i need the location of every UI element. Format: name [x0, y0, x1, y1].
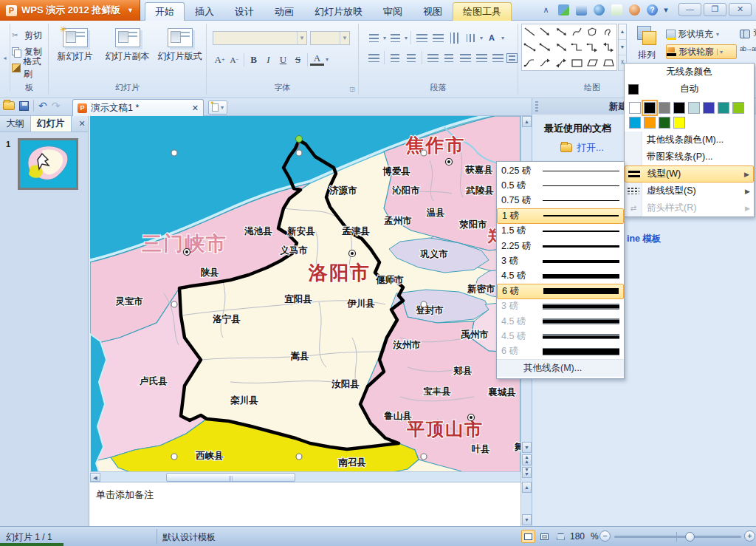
- line-weight-option[interactable]: 0.25 磅: [497, 163, 624, 178]
- app-menu-button[interactable]: P WPS 演示 2012 抢鲜版 ▼: [0, 0, 140, 21]
- color-swatch[interactable]: [629, 102, 641, 114]
- arrange-button[interactable]: 排列: [630, 24, 663, 61]
- ribbon-tab[interactable]: 审阅: [373, 2, 413, 21]
- line-weight-option[interactable]: 2.25 磅: [497, 239, 624, 253]
- auto-color-item[interactable]: 自动: [625, 81, 754, 98]
- shape-elbow-double-arrow-icon[interactable]: [601, 40, 616, 55]
- help-dropdown-icon[interactable]: ▾: [663, 3, 669, 17]
- notes-pane[interactable]: 单击添加备注: [90, 482, 520, 526]
- line-weight-option[interactable]: 4.5 磅: [497, 329, 624, 344]
- slide-layout-button[interactable]: 幻灯片版式: [154, 27, 206, 63]
- text-box-icon[interactable]: [506, 53, 518, 63]
- shape-outline-button[interactable]: 形状轮廓 ▾: [666, 44, 737, 59]
- document-tab[interactable]: P 演示文稿1 * ✕: [72, 99, 204, 116]
- color-swatch[interactable]: [673, 117, 685, 129]
- format-painter-button[interactable]: 格式刷: [10, 61, 48, 75]
- selection-handle[interactable]: [421, 301, 427, 307]
- ribbon-tab[interactable]: 插入: [185, 2, 224, 21]
- bold-button[interactable]: B: [247, 52, 261, 66]
- line-spacing-icon[interactable]: [366, 51, 381, 64]
- find-button[interactable]: 查找: [740, 25, 756, 41]
- decrease-indent-icon[interactable]: [414, 31, 429, 44]
- notes-scrollbar[interactable]: ▲ ▼: [520, 482, 532, 526]
- line-weight-option[interactable]: 6 磅: [497, 344, 624, 359]
- browser-icon[interactable]: [592, 3, 606, 17]
- selection-handle[interactable]: [296, 454, 302, 460]
- color-swatch[interactable]: [629, 117, 641, 129]
- no-line-color-item[interactable]: 无线条颜色: [625, 64, 754, 81]
- underline-button[interactable]: U: [276, 52, 290, 66]
- ribbon-tab[interactable]: 开始: [145, 2, 185, 21]
- line-weight-option[interactable]: 0.5 磅: [497, 178, 624, 193]
- more-line-colors-item[interactable]: 其他线条颜色(M)...: [625, 132, 754, 149]
- next-slide-button[interactable]: ▼▼: [522, 467, 532, 478]
- redo-icon[interactable]: ↷: [52, 100, 61, 112]
- strikethrough-button[interactable]: S: [291, 52, 305, 66]
- line-style-item[interactable]: 线型(W)▶: [625, 165, 754, 182]
- shape-fill-button[interactable]: 形状填充 ▾: [666, 27, 737, 41]
- font-name-select[interactable]: ▼: [213, 31, 307, 45]
- font-dialog-launcher-icon[interactable]: ◲: [349, 86, 355, 92]
- align-right-icon[interactable]: [458, 51, 472, 64]
- shape-elbow-arrow-icon[interactable]: [585, 40, 600, 55]
- space-before-icon[interactable]: [388, 51, 402, 64]
- shape-freeform-icon[interactable]: [585, 24, 600, 40]
- selection-handle[interactable]: [296, 150, 302, 156]
- open-file-icon[interactable]: [3, 101, 15, 110]
- font-size-select[interactable]: ▼: [310, 31, 350, 45]
- restore-button[interactable]: ❐: [704, 3, 726, 16]
- undo-icon[interactable]: ↶: [38, 100, 47, 112]
- save-icon[interactable]: [19, 101, 29, 111]
- selection-handle[interactable]: [421, 454, 427, 460]
- shape-trapezoid-icon[interactable]: [601, 55, 616, 70]
- align-left-icon[interactable]: [425, 51, 440, 64]
- text-direction-icon[interactable]: [463, 31, 478, 44]
- cut-button[interactable]: ✂剪切: [10, 28, 48, 43]
- character-spacing-icon[interactable]: [447, 31, 461, 44]
- zoom-slider-track[interactable]: [614, 536, 741, 538]
- bullets-icon[interactable]: [366, 31, 381, 44]
- text-tools-icon[interactable]: A: [484, 31, 499, 44]
- online-template-link[interactable]: ine 模板: [627, 233, 662, 245]
- columns-icon[interactable]: [490, 51, 505, 64]
- ribbon-tab[interactable]: 视图: [413, 2, 453, 21]
- numbering-icon[interactable]: [388, 31, 402, 44]
- collapse-ribbon-icon[interactable]: ∧: [539, 3, 553, 17]
- line-weight-option[interactable]: 1.5 磅: [497, 224, 624, 239]
- shape-double-arrow-icon[interactable]: [554, 24, 569, 40]
- line-weight-option[interactable]: 3 磅: [497, 299, 624, 314]
- color-swatch[interactable]: [659, 102, 670, 114]
- horizontal-scroll-thumb[interactable]: [166, 473, 295, 482]
- more-lines-item[interactable]: 其他线条(M)...: [497, 359, 624, 377]
- close-panel-icon[interactable]: ✕: [76, 116, 88, 132]
- dash-style-item[interactable]: 虚线线型(S)▶: [625, 182, 754, 199]
- shrink-font-button[interactable]: A−: [227, 52, 241, 66]
- patterned-lines-item[interactable]: 带图案线条(P)...: [625, 149, 754, 165]
- color-swatch[interactable]: [688, 102, 700, 114]
- new-document-tab-button[interactable]: ▾: [208, 100, 227, 115]
- selection-handle[interactable]: [421, 150, 427, 156]
- shape-parallelogram-icon[interactable]: [585, 55, 600, 70]
- color-swatch[interactable]: [703, 102, 715, 114]
- notes-scroll-up-icon[interactable]: ▲: [522, 482, 532, 493]
- scroll-up-icon[interactable]: ▲: [522, 116, 532, 127]
- line-weight-option[interactable]: 0.75 磅: [497, 194, 624, 208]
- increase-indent-icon[interactable]: [430, 31, 445, 44]
- selection-handle[interactable]: [171, 301, 177, 307]
- ribbon-tab[interactable]: 设计: [224, 2, 264, 21]
- slide-sorter-view-button[interactable]: [537, 530, 551, 543]
- line-weight-option[interactable]: 1 磅: [497, 208, 624, 223]
- line-weight-option[interactable]: 6 磅: [497, 284, 624, 298]
- color-swatch[interactable]: [644, 117, 656, 129]
- selection-handle[interactable]: [171, 150, 177, 156]
- space-after-icon[interactable]: [404, 51, 419, 64]
- zoom-out-button[interactable]: −: [599, 530, 611, 542]
- ribbon-tab[interactable]: 绘图工具: [453, 2, 512, 21]
- shape-curved-double-arrow-icon[interactable]: [554, 55, 569, 70]
- scroll-left-icon[interactable]: ◀: [90, 473, 100, 482]
- shape-elbow-icon[interactable]: [569, 40, 585, 55]
- zoom-in-button[interactable]: +: [744, 530, 755, 542]
- color-swatch[interactable]: [644, 102, 656, 114]
- shape-curve-icon[interactable]: [569, 24, 585, 40]
- font-color-button[interactable]: A: [310, 54, 324, 66]
